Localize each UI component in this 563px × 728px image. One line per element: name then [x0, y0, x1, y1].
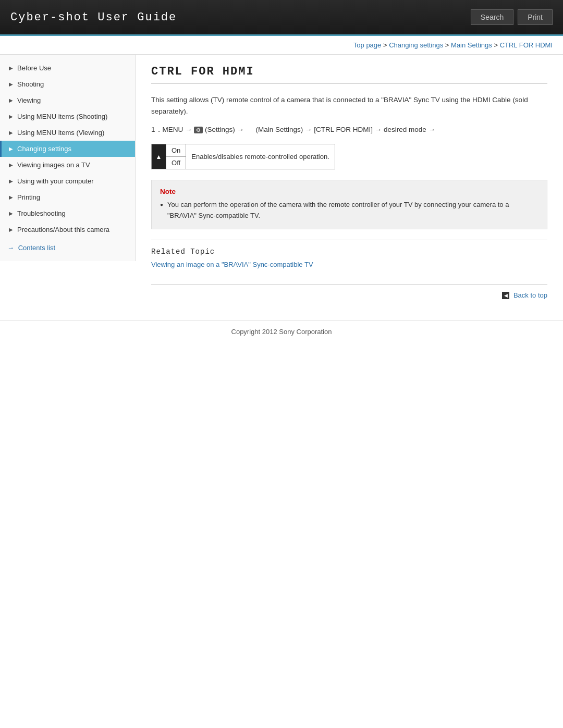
main-layout: ▶ Before Use ▶ Shooting ▶ Viewing ▶ Usin… — [0, 55, 563, 315]
page-footer: Copyright 2012 Sony Corporation — [0, 320, 563, 343]
page-header: Cyber-shot User Guide Search Print — [0, 0, 563, 36]
arrow-icon: ▶ — [9, 162, 13, 168]
breadcrumb: Top page > Changing settings > Main Sett… — [0, 36, 563, 55]
sidebar-item-computer[interactable]: ▶ Using with your computer — [0, 173, 135, 189]
sidebar-label: Viewing images on a TV — [17, 161, 90, 169]
sidebar-label: Changing settings — [17, 145, 71, 153]
sidebar-label: Before Use — [17, 64, 51, 72]
back-to-top-link[interactable]: ◀ Back to top — [502, 291, 547, 299]
contents-arrow-icon: → — [7, 244, 14, 252]
sidebar-label: Precautions/About this camera — [17, 226, 109, 233]
sidebar-item-menu-shooting[interactable]: ▶ Using MENU items (Shooting) — [0, 108, 135, 125]
sidebar-label: Using MENU items (Viewing) — [17, 129, 104, 137]
related-topic-title: Related Topic — [151, 248, 547, 256]
step-instruction: 1．MENU → ⚙ (Settings) → (Main Settings) … — [151, 125, 547, 134]
note-item-1: You can perform the operation of the cam… — [160, 200, 538, 221]
sidebar-label: Troubleshooting — [17, 209, 66, 217]
on-value-cell: On — [166, 144, 186, 157]
breadcrumb-current[interactable]: CTRL FOR HDMI — [500, 41, 553, 49]
sidebar-item-changing-settings[interactable]: ▶ Changing settings — [0, 141, 135, 157]
settings-icon: ⚙ — [194, 127, 203, 133]
main-content: CTRL FOR HDMI This setting allows (TV) r… — [136, 55, 563, 315]
print-button[interactable]: Print — [518, 9, 553, 25]
sidebar-item-menu-viewing[interactable]: ▶ Using MENU items (Viewing) — [0, 125, 135, 141]
search-button[interactable]: Search — [471, 9, 513, 25]
settings-table: ▲ On Enables/disables remote-controlled … — [151, 144, 335, 169]
back-to-top-bar: ◀ Back to top — [151, 284, 547, 300]
sidebar-item-shooting[interactable]: ▶ Shooting — [0, 76, 135, 92]
sidebar-item-printing[interactable]: ▶ Printing — [0, 189, 135, 205]
breadcrumb-changing-settings[interactable]: Changing settings — [389, 41, 443, 49]
description-cell: Enables/disables remote-controlled opera… — [186, 144, 335, 169]
arrow-icon: ▶ — [9, 227, 13, 232]
page-title: CTRL FOR HDMI — [151, 65, 547, 84]
arrow-icon: ▶ — [9, 194, 13, 200]
back-to-top-icon: ◀ — [502, 292, 509, 299]
back-to-top-label: Back to top — [513, 291, 547, 299]
related-topic-section: Related Topic Viewing an image on a "BRA… — [151, 240, 547, 268]
sidebar-label: Shooting — [17, 80, 44, 88]
arrow-icon: ▶ — [9, 211, 13, 216]
sidebar-label: Viewing — [17, 96, 41, 104]
arrow-icon: ▶ — [9, 130, 13, 135]
arrow-icon: ▶ — [9, 114, 13, 119]
copyright-text: Copyright 2012 Sony Corporation — [231, 328, 332, 336]
arrow-icon: ▶ — [9, 81, 13, 87]
arrow-icon: ▶ — [9, 178, 13, 184]
sidebar-item-precautions[interactable]: ▶ Precautions/About this camera — [0, 221, 135, 238]
icon-cell: ▲ — [152, 144, 166, 169]
note-title: Note — [160, 188, 538, 195]
sidebar-item-troubleshooting[interactable]: ▶ Troubleshooting — [0, 205, 135, 221]
sidebar-item-before-use[interactable]: ▶ Before Use — [0, 60, 135, 76]
breadcrumb-main-settings[interactable]: Main Settings — [451, 41, 492, 49]
table-row-on: ▲ On Enables/disables remote-controlled … — [152, 144, 335, 157]
sidebar-label: Printing — [17, 193, 40, 201]
sidebar-label: Using MENU items (Shooting) — [17, 113, 107, 120]
header-buttons: Search Print — [471, 9, 553, 25]
arrow-icon: ▶ — [9, 65, 13, 71]
off-value-cell: Off — [166, 157, 186, 169]
arrow-icon: ▶ — [9, 146, 13, 152]
breadcrumb-top[interactable]: Top page — [353, 41, 382, 49]
contents-link-container: → Contents list — [0, 238, 135, 256]
app-title: Cyber-shot User Guide — [10, 11, 177, 24]
sidebar-item-viewing[interactable]: ▶ Viewing — [0, 92, 135, 108]
contents-list-link[interactable]: Contents list — [18, 244, 56, 252]
sidebar: ▶ Before Use ▶ Shooting ▶ Viewing ▶ Usin… — [0, 55, 136, 261]
sidebar-label: Using with your computer — [17, 177, 94, 185]
arrow-icon: ▶ — [9, 97, 13, 103]
sidebar-item-viewing-tv[interactable]: ▶ Viewing images on a TV — [0, 157, 135, 173]
description-text: This setting allows (TV) remote control … — [151, 94, 547, 117]
note-box: Note You can perform the operation of th… — [151, 180, 547, 229]
related-topic-link-1[interactable]: Viewing an image on a "BRAVIA" Sync-comp… — [151, 261, 313, 268]
